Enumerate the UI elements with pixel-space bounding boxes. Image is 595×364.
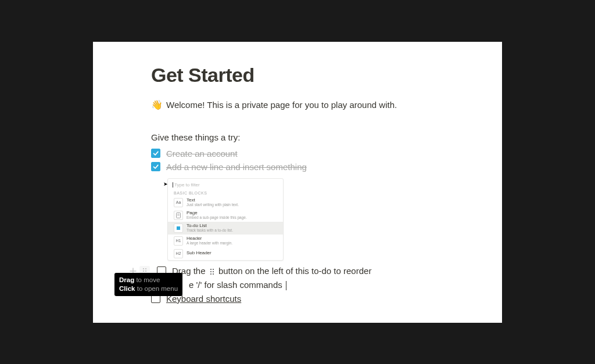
todo-row-slash[interactable]: e '/' for slash commands [189, 278, 444, 292]
slash-menu-item-text[interactable]: Aa Text Just start writing with plain te… [168, 196, 283, 209]
todo-text[interactable]: Drag the button on the left of this to-d… [172, 266, 371, 276]
menu-item-title: To-do List [187, 224, 233, 229]
slash-menu-filter-row: ➤ Type to filter [168, 179, 283, 190]
svg-point-11 [210, 271, 212, 272]
todo-row[interactable]: Add a new line and insert something [151, 160, 444, 174]
menu-item-title: Text [187, 198, 239, 203]
slash-menu-filter-placeholder[interactable]: Type to filter [173, 182, 200, 188]
todo-text[interactable]: Add a new line and insert something [166, 162, 307, 172]
svg-point-13 [210, 273, 212, 275]
slash-text: e '/' for slash commands [189, 280, 282, 290]
drag-tooltip: Drag to move Click to open menu [114, 273, 182, 296]
wave-icon: 👋 [151, 99, 163, 110]
svg-point-6 [145, 270, 146, 271]
h1-icon: H1 [174, 236, 183, 246]
tooltip-drag-strong: Drag [119, 276, 134, 283]
svg-point-9 [210, 269, 212, 270]
svg-point-3 [143, 268, 144, 269]
svg-point-5 [143, 270, 144, 271]
checkbox[interactable] [151, 149, 160, 158]
slash-menu-section-label: BASIC BLOCKS [168, 190, 283, 196]
slash-menu: ➤ Type to filter BASIC BLOCKS Aa Text Ju… [167, 178, 284, 261]
try-heading: Give these things a try: [151, 132, 444, 142]
todo-text[interactable]: Create an account [166, 149, 238, 158]
welcome-line: 👋 Welcome! This is a private page for yo… [151, 99, 444, 110]
menu-item-title: Header [187, 236, 232, 242]
text-cursor [286, 281, 286, 290]
drag-text-after: button on the left of this to-do to reor… [218, 266, 372, 276]
h2-icon: H2 [174, 249, 183, 258]
menu-item-desc: Track tasks with a to-do list. [187, 228, 233, 232]
svg-point-12 [213, 271, 214, 272]
welcome-text: Welcome! This is a private page for you … [166, 100, 397, 110]
todo-row[interactable]: Create an account [151, 147, 444, 160]
inline-grip-icon [209, 268, 215, 276]
text-icon: Aa [174, 198, 183, 207]
cursor-icon: ➤ [163, 181, 168, 187]
todo-text[interactable]: e '/' for slash commands [189, 280, 286, 290]
tooltip-click-strong: Click [119, 285, 135, 292]
svg-point-10 [213, 269, 214, 270]
menu-item-desc: Embed a sub-page inside this page. [187, 215, 247, 219]
slash-menu-item-subheader[interactable]: H2 Sub Header [168, 247, 283, 260]
menu-item-title: Sub Header [187, 251, 212, 256]
menu-item-title: Page [187, 211, 247, 216]
menu-item-desc: Just start writing with plain text. [187, 203, 239, 207]
svg-point-4 [145, 268, 146, 269]
slash-menu-item-page[interactable]: Page Embed a sub-page inside this page. [168, 209, 283, 222]
tooltip-drag-rest: to move [134, 276, 160, 283]
todo-row-keyboard[interactable]: Keyboard shortcuts [151, 292, 444, 305]
slash-menu-item-todo[interactable]: To-do List Track tasks with a to-do list… [168, 222, 283, 235]
page-title: Get Started [151, 64, 444, 87]
menu-item-desc: A large header with margin. [187, 241, 232, 245]
slash-menu-item-header[interactable]: H1 Header A large header with margin. [168, 235, 283, 247]
todo-icon [174, 224, 183, 233]
checkbox[interactable] [151, 162, 160, 171]
page-icon [174, 211, 183, 220]
tooltip-click-rest: to open menu [135, 285, 178, 292]
svg-point-14 [213, 273, 214, 275]
